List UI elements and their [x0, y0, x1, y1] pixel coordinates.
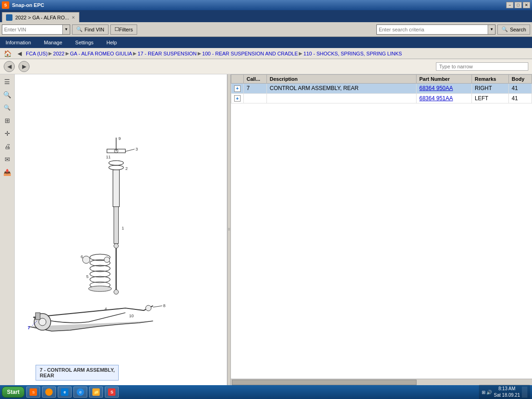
find-vin-label: Find VIN — [85, 27, 104, 32]
nav-help[interactable]: Help — [105, 39, 119, 46]
menu-icon[interactable]: ☰ — [2, 76, 13, 87]
expand-button[interactable]: + — [234, 95, 241, 102]
taskbar-app-snapon2[interactable]: S — [105, 387, 119, 398]
forward-arrow-button[interactable]: ▶ — [18, 61, 30, 72]
svg-text:10: 10 — [129, 314, 133, 318]
narrow-filter-input[interactable] — [436, 62, 528, 71]
breadcrumb-detail[interactable]: 110 - SHOCKS, SPRINGS, SPRING LINKS — [303, 51, 402, 56]
part-number-cell[interactable]: 68364 950AA — [417, 84, 472, 94]
callout-cell — [244, 93, 267, 103]
col-body: Body — [509, 75, 532, 84]
breadcrumb-model[interactable]: GA - ALFA ROMEO GIULIA — [70, 51, 133, 56]
table-row[interactable]: + 68364 951AA LEFT 41 — [231, 93, 532, 103]
nav-manage[interactable]: Manage — [42, 39, 64, 46]
fit-icon[interactable]: ⊞ — [2, 115, 13, 126]
parts-table: Call... Description Part Number Remarks … — [231, 74, 532, 103]
vin-input[interactable] — [2, 25, 62, 34]
svg-text:5: 5 — [86, 274, 89, 279]
find-vin-icon: 🔍 — [76, 26, 83, 32]
minimize-button[interactable]: − — [506, 2, 514, 8]
nav-information[interactable]: Information — [4, 39, 33, 46]
col-remarks: Remarks — [472, 75, 509, 84]
back-arrow-button[interactable]: ◀ — [4, 61, 15, 72]
taskbar-edge-icon: e — [61, 388, 68, 396]
svg-text:8: 8 — [163, 303, 165, 308]
breadcrumb-2022[interactable]: 2022 — [53, 51, 64, 56]
close-button[interactable]: ✕ — [523, 2, 530, 8]
svg-point-30 — [145, 305, 151, 311]
col-expand — [231, 75, 244, 84]
start-button[interactable]: Start — [2, 387, 24, 398]
svg-point-36 — [114, 290, 119, 294]
h-scrollbar-thumb[interactable] — [232, 380, 417, 385]
svg-rect-12 — [114, 207, 119, 244]
print-icon[interactable]: 🖨 — [2, 141, 13, 152]
col-description: Description — [267, 75, 417, 84]
breadcrumb-subsection[interactable]: 100 - REAR SUSPENSION AND CRADLE — [202, 51, 298, 56]
left-sidebar: ☰ 🔍 🔍 ⊞ ✛ 🖨 ✉ 📤 — [0, 74, 15, 385]
window-title: Snap-on EPC — [12, 2, 44, 8]
taskbar-app-media[interactable] — [42, 387, 56, 398]
breadcrumb-section[interactable]: 17 - REAR SUSPENSION — [138, 51, 197, 56]
expand-cell[interactable]: + — [231, 93, 244, 103]
svg-point-35 — [114, 243, 119, 248]
body-cell: 41 — [509, 93, 532, 103]
search-input-container[interactable]: ▼ — [376, 24, 496, 35]
col-callout: Call... — [244, 75, 267, 84]
taskbar-app-edge[interactable]: e — [58, 387, 72, 398]
vin-dropdown-button[interactable]: ▼ — [62, 25, 70, 34]
description-cell: CONTROL ARM ASSEMBLY, REAR — [267, 84, 417, 94]
search-input[interactable] — [377, 25, 488, 34]
expand-button[interactable]: + — [234, 85, 241, 92]
title-bar: S Snap-on EPC − □ ✕ — [0, 0, 532, 10]
main-tab[interactable]: 2022 > GA - ALFA RO... ✕ — [2, 12, 79, 22]
back-icon[interactable]: ◀ — [14, 48, 25, 59]
diagram-area: 9 3 11 2 — [15, 74, 227, 385]
nav-settings[interactable]: Settings — [73, 39, 96, 46]
svg-text:3: 3 — [135, 147, 138, 151]
vin-input-container[interactable]: ▼ — [2, 24, 70, 35]
svg-text:9: 9 — [119, 136, 121, 141]
taskbar-snapon-icon: S — [30, 388, 37, 396]
svg-point-22 — [83, 256, 90, 263]
crosshair-icon[interactable]: ✛ — [2, 128, 13, 139]
zoom-in-icon[interactable]: 🔍 — [2, 89, 13, 100]
window-controls[interactable]: − □ ✕ — [506, 2, 530, 8]
breadcrumb-fca[interactable]: FCA (US) — [26, 51, 48, 56]
diagram-svg: 9 3 11 2 — [15, 74, 227, 385]
horizontal-scrollbar[interactable] — [231, 379, 532, 385]
svg-text:4: 4 — [105, 307, 107, 311]
part-number-link[interactable]: 68364 951AA — [419, 95, 453, 102]
search-button[interactable]: 🔍 Search — [497, 24, 530, 35]
tab-close-button[interactable]: ✕ — [72, 15, 75, 20]
svg-text:2: 2 — [125, 166, 127, 171]
svg-point-21 — [89, 286, 112, 291]
table-row[interactable]: + 7 CONTROL ARM ASSEMBLY, REAR 68364 950… — [231, 84, 532, 94]
filters-checkbox: ☐ — [115, 26, 119, 32]
home-icon[interactable]: 🏠 — [2, 48, 13, 59]
show-desktop[interactable] — [522, 387, 527, 398]
expand-cell[interactable]: + — [231, 84, 244, 94]
find-vin-button[interactable]: 🔍 Find VIN — [72, 24, 109, 35]
taskbar-app-snapon[interactable]: S — [26, 387, 40, 398]
taskbar-app-explorer[interactable]: 📁 — [89, 387, 103, 398]
callout-cell: 7 — [244, 84, 267, 94]
part-number-link[interactable]: 68364 950AA — [419, 85, 453, 91]
export-icon[interactable]: 📤 — [2, 167, 13, 178]
taskbar-snapon2-icon: S — [108, 388, 115, 396]
mail-icon[interactable]: ✉ — [2, 154, 13, 165]
description-cell — [267, 93, 417, 103]
search-label: Search — [510, 27, 526, 32]
parts-table-scroll[interactable]: Call... Description Part Number Remarks … — [231, 74, 532, 379]
filters-button[interactable]: ☐ Filters — [110, 24, 137, 35]
filters-label: Filters — [119, 27, 133, 32]
part-number-cell[interactable]: 68364 951AA — [417, 93, 472, 103]
panel-splitter[interactable]: ⠿ — [227, 74, 231, 385]
maximize-button[interactable]: □ — [514, 2, 522, 8]
svg-text:6: 6 — [81, 254, 83, 259]
nav-menu-bar: Information Manage Settings Help — [0, 37, 532, 48]
taskbar-app-ie[interactable]: e — [73, 387, 87, 398]
zoom-out-icon[interactable]: 🔍 — [2, 102, 13, 113]
search-dropdown-button[interactable]: ▼ — [488, 25, 495, 34]
app-icon: S — [2, 1, 9, 9]
